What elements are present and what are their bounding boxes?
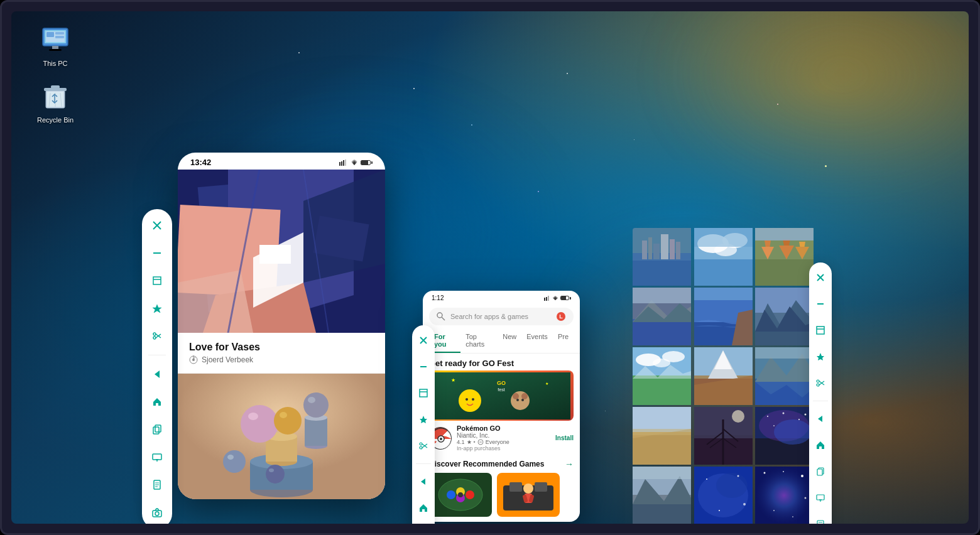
svg-point-65 <box>241 405 278 443</box>
back-button-middle[interactable] <box>415 473 432 490</box>
photo-grid <box>633 228 815 524</box>
svg-marker-88 <box>421 478 425 485</box>
close-button-middle[interactable] <box>415 332 432 349</box>
svg-point-258 <box>743 503 746 505</box>
svg-point-56 <box>192 359 195 361</box>
phone-left-art-author: Sjoerd Verbeek <box>189 355 374 364</box>
svg-rect-6 <box>55 32 64 35</box>
back-button-right[interactable] <box>812 410 829 428</box>
svg-marker-152 <box>817 441 824 449</box>
scissors-button-middle[interactable] <box>415 437 432 455</box>
home-button-right[interactable] <box>812 436 829 454</box>
home-button[interactable] <box>148 393 166 411</box>
svg-rect-101 <box>548 296 549 301</box>
doc-button[interactable] <box>148 476 166 494</box>
svg-point-242 <box>783 413 785 414</box>
monitor-frame: This PC <box>0 0 980 535</box>
back-button[interactable] <box>148 365 166 383</box>
svg-marker-89 <box>420 504 427 512</box>
camera-button[interactable] <box>148 504 166 521</box>
photo-cell-2 <box>694 228 754 286</box>
photo-cell-1 <box>633 228 692 286</box>
this-pc-icon[interactable]: This PC <box>30 24 80 68</box>
phone-middle-status-bar: 1:12 <box>423 291 580 304</box>
svg-point-128 <box>447 490 455 499</box>
toolbar-middle <box>412 325 435 524</box>
photo-cell-5 <box>694 288 754 345</box>
copy-button[interactable] <box>148 421 166 438</box>
doc-button-right[interactable] <box>812 516 829 524</box>
phone-left-time: 13:42 <box>190 158 211 167</box>
minimize-button[interactable] <box>148 244 166 262</box>
phone-left-status-icons <box>339 159 373 166</box>
expand-button-right[interactable] <box>812 322 829 339</box>
display-button[interactable] <box>148 448 166 466</box>
svg-rect-197 <box>694 288 753 300</box>
svg-point-267 <box>792 516 793 517</box>
display-button-right[interactable] <box>812 489 829 507</box>
recycle-bin-icon[interactable]: Recycle Bin <box>30 80 80 124</box>
phone-middle-time: 1:12 <box>432 295 444 301</box>
svg-marker-83 <box>420 416 427 423</box>
svg-point-109 <box>459 389 481 412</box>
svg-rect-144 <box>817 327 824 334</box>
svg-rect-226 <box>633 429 691 435</box>
install-button[interactable]: Install <box>555 435 574 441</box>
svg-rect-5 <box>46 32 54 37</box>
tab-events[interactable]: Events <box>521 329 553 353</box>
svg-rect-11 <box>51 85 60 89</box>
close-button-right[interactable] <box>812 269 829 286</box>
search-placeholder: Search for apps & games <box>450 313 551 320</box>
svg-point-245 <box>805 414 807 416</box>
svg-point-113 <box>472 398 474 401</box>
svg-point-85 <box>420 446 422 449</box>
svg-text:★: ★ <box>545 382 548 386</box>
svg-point-208 <box>653 359 670 367</box>
svg-point-123 <box>440 438 442 440</box>
recycle-bin-icon-image <box>39 80 72 113</box>
svg-point-116 <box>521 393 528 399</box>
svg-point-244 <box>773 425 775 426</box>
scissors-button[interactable] <box>148 327 166 345</box>
svg-point-265 <box>773 510 775 511</box>
svg-point-74 <box>223 450 246 473</box>
pokemon-name: Pokémon GO <box>457 424 550 432</box>
svg-rect-171 <box>633 261 691 286</box>
desktop: This PC <box>11 11 969 524</box>
svg-marker-26 <box>155 370 160 378</box>
svg-point-240 <box>774 419 812 445</box>
expand-button-middle[interactable] <box>415 384 432 402</box>
home-button-middle[interactable] <box>415 499 432 517</box>
svg-rect-165 <box>642 240 647 259</box>
svg-text:GO: GO <box>497 380 506 386</box>
svg-point-241 <box>767 416 768 417</box>
close-button[interactable] <box>148 217 166 234</box>
tab-new[interactable]: New <box>498 329 521 353</box>
svg-rect-7 <box>55 36 64 38</box>
copy-button-right[interactable] <box>812 463 829 480</box>
minimize-button-middle[interactable] <box>415 358 432 376</box>
pin-button-right[interactable] <box>812 348 829 365</box>
minimize-button-right[interactable] <box>812 295 829 313</box>
pin-button[interactable] <box>148 300 166 317</box>
rec-games: 8 Ball Pool Sports • Billiards 4.4 <box>423 473 580 522</box>
photo-cell-4 <box>633 288 692 345</box>
this-pc-label: This PC <box>43 59 67 68</box>
svg-rect-167 <box>653 244 660 259</box>
photo-cell-14 <box>694 467 754 524</box>
tab-pre[interactable]: Pre <box>553 329 574 353</box>
svg-rect-3 <box>49 49 62 51</box>
svg-rect-249 <box>633 504 691 524</box>
svg-point-235 <box>732 410 744 423</box>
svg-rect-99 <box>544 298 545 301</box>
svg-point-77 <box>269 468 274 472</box>
svg-point-243 <box>798 419 800 420</box>
expand-button[interactable] <box>148 272 166 289</box>
svg-point-117 <box>516 399 519 401</box>
svg-marker-27 <box>153 398 161 406</box>
scissors-button-right[interactable] <box>812 374 829 392</box>
pin-button-middle[interactable] <box>415 411 432 428</box>
phone-middle-search[interactable]: Search for apps & games L <box>429 308 574 325</box>
tab-top-charts[interactable]: Top charts <box>460 329 498 353</box>
svg-rect-166 <box>648 237 652 259</box>
